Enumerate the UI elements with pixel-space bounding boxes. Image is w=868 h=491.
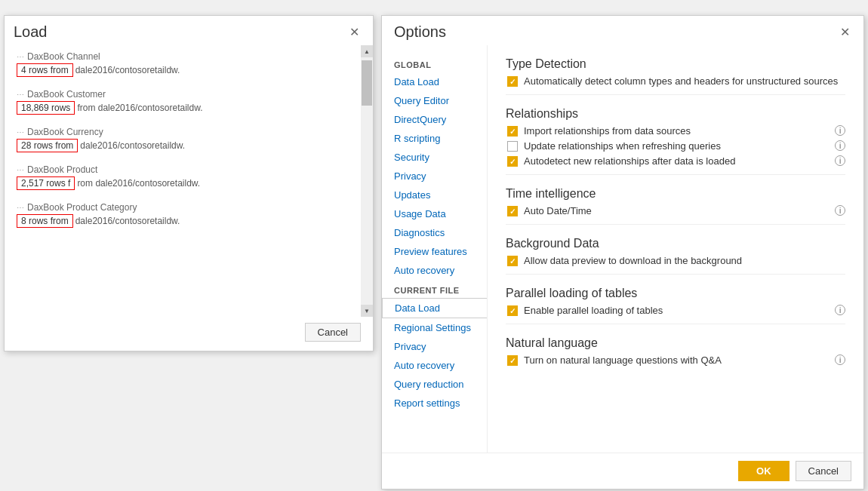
load-item-name: DaxBook Currency: [17, 127, 358, 137]
type-detection-heading: Type Detection: [506, 57, 845, 71]
option-row: Import relationships from data sources i: [506, 125, 845, 137]
list-item: DaxBook Product 2,517 rows f rom dale201…: [17, 164, 358, 190]
scrollbar[interactable]: ▲ ▼: [361, 45, 373, 317]
load-item-detail: 28 rows from dale2016/contosoretaildw.: [17, 139, 358, 152]
scroll-track: [361, 57, 373, 305]
option-row: Allow data preview to download in the ba…: [506, 255, 845, 266]
checkbox-import-relationships[interactable]: [507, 126, 518, 137]
options-body: GLOBAL Data Load Query Editor DirectQuer…: [382, 45, 863, 453]
sidebar-item-preview-features[interactable]: Preview features: [382, 242, 487, 261]
checkbox-background-data[interactable]: [507, 256, 518, 266]
parallel-loading-heading: Parallel loading of tables: [506, 287, 845, 300]
sidebar-item-privacy[interactable]: Privacy: [382, 167, 487, 186]
option-text: Turn on natural language questions with …: [524, 354, 826, 366]
option-text: Allow data preview to download in the ba…: [524, 255, 845, 266]
load-item-source: dale2016/contosoretaildw.: [73, 65, 180, 75]
natural-language-heading: Natural language: [506, 336, 845, 350]
option-text: Autodetect new relationships after data …: [524, 155, 826, 167]
options-sidebar: GLOBAL Data Load Query Editor DirectQuer…: [382, 45, 488, 453]
load-item-name: DaxBook Product Category: [17, 202, 358, 213]
info-icon: i: [835, 155, 845, 166]
divider: [506, 94, 845, 95]
time-intelligence-heading: Time intelligence: [506, 187, 845, 201]
option-row: Automatically detect column types and he…: [506, 75, 845, 87]
sidebar-item-diagnostics[interactable]: Diagnostics: [382, 223, 487, 242]
sidebar-item-query-reduction[interactable]: Query reduction: [382, 375, 487, 394]
option-row: Turn on natural language questions with …: [506, 354, 845, 366]
sidebar-item-current-data-load[interactable]: Data Load: [382, 298, 488, 318]
load-item-detail: 8 rows from dale2016/contosoretaildw.: [17, 214, 358, 228]
load-dialog: Load ✕ DaxBook Channel 4 rows from dale2…: [4, 15, 374, 351]
options-footer: OK Cancel: [382, 453, 863, 489]
load-item-source: rom dale2016/contosoretaildw.: [75, 178, 200, 189]
checkbox-parallel-loading[interactable]: [507, 305, 518, 316]
checkbox-auto-datetime[interactable]: [507, 206, 518, 216]
load-items-area: DaxBook Channel 4 rows from dale2016/con…: [5, 45, 373, 317]
load-item-rows: 2,517 rows f: [17, 176, 75, 190]
info-icon: i: [835, 140, 845, 151]
load-item-detail: 18,869 rows from dale2016/contosoretaild…: [17, 101, 358, 115]
load-item-rows: 8 rows from: [17, 214, 73, 228]
option-text: Automatically detect column types and he…: [524, 75, 845, 87]
divider: [506, 324, 845, 324]
options-title: Options: [394, 23, 446, 41]
load-close-button[interactable]: ✕: [345, 23, 364, 41]
checkbox-update-relationships[interactable]: [507, 141, 518, 152]
info-icon: i: [835, 205, 845, 216]
option-text: Enable parallel loading of tables: [524, 305, 826, 316]
load-footer: Cancel: [5, 317, 373, 351]
load-item-rows: 18,869 rows: [17, 101, 75, 115]
sidebar-item-usage-data[interactable]: Usage Data: [382, 204, 487, 223]
info-icon: i: [835, 125, 845, 136]
sidebar-item-security[interactable]: Security: [382, 148, 487, 167]
load-item-name: DaxBook Customer: [17, 89, 358, 100]
checkbox-autodetect-relationships[interactable]: [507, 156, 518, 167]
load-cancel-button[interactable]: Cancel: [305, 323, 361, 342]
current-file-section-label: CURRENT FILE: [382, 280, 487, 298]
divider: [506, 224, 845, 225]
load-titlebar: Load ✕: [5, 16, 373, 45]
load-item-name: DaxBook Product: [17, 164, 358, 175]
load-item-source: dale2016/contosoretaildw.: [78, 140, 185, 151]
global-section-label: GLOBAL: [382, 54, 487, 72]
load-item-rows: 4 rows from: [17, 63, 73, 77]
sidebar-item-report-settings[interactable]: Report settings: [382, 394, 487, 413]
load-item-detail: 2,517 rows f rom dale2016/contosoretaild…: [17, 176, 358, 190]
checkbox-type-detection[interactable]: [507, 76, 518, 87]
list-item: DaxBook Channel 4 rows from dale2016/con…: [17, 51, 358, 77]
option-text: Auto Date/Time: [524, 205, 826, 216]
sidebar-item-auto-recovery-global[interactable]: Auto recovery: [382, 261, 487, 280]
sidebar-item-regional-settings[interactable]: Regional Settings: [382, 318, 487, 337]
scroll-thumb[interactable]: [362, 60, 372, 106]
sidebar-item-current-privacy[interactable]: Privacy: [382, 337, 487, 356]
options-dialog: Options ✕ GLOBAL Data Load Query Editor …: [381, 15, 864, 489]
sidebar-item-r-scripting[interactable]: R scripting: [382, 129, 487, 148]
options-cancel-button[interactable]: Cancel: [796, 461, 851, 481]
options-close-button[interactable]: ✕: [836, 23, 854, 41]
ok-button[interactable]: OK: [738, 461, 790, 481]
scroll-down-button[interactable]: ▼: [361, 305, 373, 317]
load-item-rows: 28 rows from: [17, 139, 78, 152]
options-main: Type Detection Automatically detect colu…: [488, 45, 863, 453]
option-row: Enable parallel loading of tables i: [506, 305, 845, 316]
relationships-heading: Relationships: [506, 107, 845, 121]
options-titlebar: Options ✕: [382, 16, 863, 45]
option-row: Auto Date/Time i: [506, 205, 845, 216]
option-text: Update relationships when refreshing que…: [524, 140, 826, 152]
list-item: DaxBook Product Category 8 rows from dal…: [17, 202, 358, 228]
option-row: Autodetect new relationships after data …: [506, 155, 845, 167]
sidebar-item-updates[interactable]: Updates: [382, 186, 487, 204]
load-title: Load: [14, 23, 48, 41]
sidebar-item-data-load[interactable]: Data Load: [382, 72, 487, 91]
option-row: Update relationships when refreshing que…: [506, 140, 845, 152]
option-text: Import relationships from data sources: [524, 125, 826, 137]
scroll-up-button[interactable]: ▲: [361, 45, 373, 57]
sidebar-item-direct-query[interactable]: DirectQuery: [382, 110, 487, 129]
checkbox-natural-language[interactable]: [507, 355, 518, 366]
sidebar-item-current-auto-recovery[interactable]: Auto recovery: [382, 356, 487, 375]
info-icon: i: [835, 305, 845, 315]
divider: [506, 274, 845, 275]
list-item: DaxBook Currency 28 rows from dale2016/c…: [17, 127, 358, 152]
sidebar-item-query-editor[interactable]: Query Editor: [382, 91, 487, 110]
load-item-name: DaxBook Channel: [17, 51, 358, 62]
